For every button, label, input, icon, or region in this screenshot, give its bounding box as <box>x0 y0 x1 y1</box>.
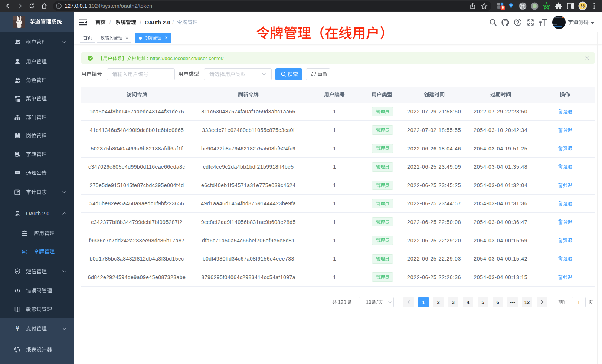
svg-text:9: 9 <box>502 6 504 10</box>
